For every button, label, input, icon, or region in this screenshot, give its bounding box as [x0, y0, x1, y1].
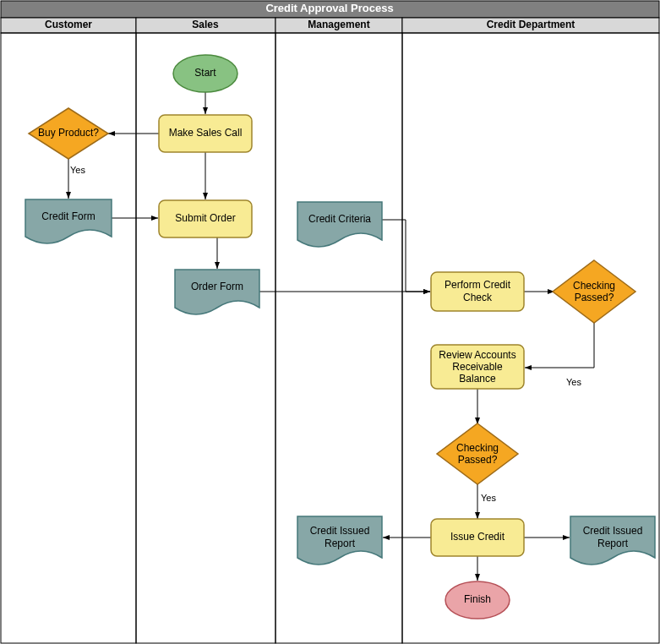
node-checking-passed-2: Checking Passed? — [437, 423, 518, 484]
node-order-form: Order Form — [175, 270, 259, 314]
lane-headers: Customer Sales Management Credit Departm… — [1, 18, 659, 33]
lane-credit-label: Credit Department — [487, 19, 575, 30]
svg-text:Check: Check — [463, 292, 493, 303]
svg-text:Review Accounts: Review Accounts — [439, 349, 515, 361]
flowchart: Credit Approval Process Customer Sales M… — [0, 0, 660, 644]
svg-text:Checking: Checking — [456, 442, 499, 454]
lane-sales-label: Sales — [192, 19, 219, 30]
node-review-ar: Review Accounts Receivable Balance — [431, 345, 524, 389]
svg-text:Perform Credit: Perform Credit — [445, 279, 511, 291]
node-start: Start — [173, 55, 237, 92]
node-make-sales-call: Make Sales Call — [159, 115, 252, 152]
node-issue-credit: Issue Credit — [431, 519, 524, 556]
svg-text:Buy Product?: Buy Product? — [38, 127, 99, 139]
svg-text:Order Form: Order Form — [191, 281, 243, 292]
svg-text:Credit Issued: Credit Issued — [310, 525, 370, 537]
svg-text:Passed?: Passed? — [575, 292, 614, 303]
lane-customer-label: Customer — [45, 19, 92, 30]
svg-text:Submit Order: Submit Order — [175, 212, 235, 224]
svg-text:Balance: Balance — [459, 373, 496, 385]
svg-text:Credit Form: Credit Form — [41, 210, 95, 222]
node-finish: Finish — [445, 581, 510, 619]
svg-text:Report: Report — [325, 538, 356, 549]
svg-text:Finish: Finish — [464, 593, 491, 605]
svg-text:Credit Issued: Credit Issued — [583, 525, 643, 537]
node-perform-credit-check: Perform Credit Check — [431, 272, 524, 311]
svg-text:Receivable: Receivable — [452, 361, 503, 373]
edge-yes-1: Yes — [70, 165, 85, 175]
svg-text:Make Sales Call: Make Sales Call — [169, 127, 243, 139]
title-text: Credit Approval Process — [265, 2, 393, 14]
node-credit-criteria: Credit Criteria — [297, 202, 382, 247]
node-buy-product: Buy Product? — [29, 108, 108, 159]
lane-management-label: Management — [308, 19, 369, 30]
svg-text:Checking: Checking — [573, 280, 615, 292]
svg-text:Report: Report — [597, 538, 629, 549]
node-credit-report-left: Credit Issued Report — [297, 516, 382, 565]
svg-text:Start: Start — [194, 67, 216, 79]
svg-text:Passed?: Passed? — [458, 454, 498, 466]
node-credit-report-right: Credit Issued Report — [570, 516, 655, 565]
edge-yes-3: Yes — [481, 493, 496, 503]
node-submit-order: Submit Order — [159, 200, 252, 237]
edge-yes-2: Yes — [566, 377, 581, 387]
node-credit-form: Credit Form — [25, 199, 112, 243]
edges: Yes Yes Yes — [68, 91, 594, 581]
svg-text:Credit Criteria: Credit Criteria — [308, 213, 371, 225]
svg-text:Issue Credit: Issue Credit — [450, 531, 505, 543]
node-checking-passed-1: Checking Passed? — [553, 260, 635, 323]
